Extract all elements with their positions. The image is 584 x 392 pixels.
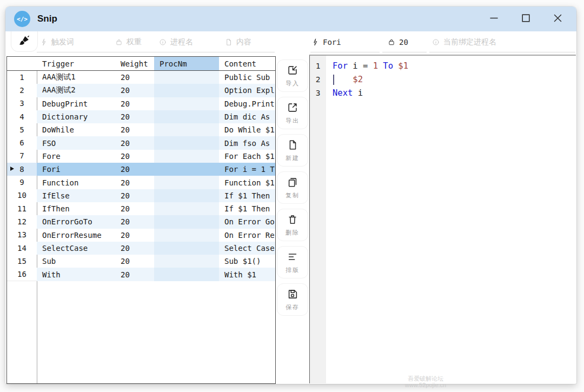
cell-weight: 20: [115, 136, 154, 149]
close-button[interactable]: [553, 15, 562, 24]
toolbar-button-format[interactable]: 排版: [277, 246, 308, 278]
filter-field-content-text: 内容: [236, 37, 251, 47]
line-number: 3: [310, 87, 326, 100]
cell-weight: 20: [115, 97, 154, 110]
filter-field-trigger-text: 触发词: [51, 37, 74, 47]
cell-trigger: OnErrorGoTo: [37, 215, 115, 228]
toolbar-button-save[interactable]: 保存: [277, 283, 308, 316]
code-logo-icon: </>: [14, 11, 30, 27]
toolbar-button-delete[interactable]: 删除: [277, 209, 308, 241]
row-number-cell: 3: [7, 97, 37, 110]
table-row[interactable]: 9Function20Function $1: [7, 176, 275, 189]
filter-field-procname[interactable]: 进程名: [159, 36, 193, 49]
cell-trigger: SelectCase: [37, 242, 115, 255]
table-row[interactable]: 4Dictionary20Dim dic As: [7, 110, 275, 123]
filter-field-weight-text: 权重: [127, 37, 142, 47]
code-line: For i = 1 To $1: [333, 59, 576, 73]
table-row[interactable]: 3DebugPrint20Debug.Print: [7, 97, 275, 110]
toolbar-button-export[interactable]: 导出: [277, 97, 308, 129]
cell-content: Dim fso As: [219, 136, 275, 149]
cell-procnm: [154, 163, 219, 176]
table-row[interactable]: 7Fore20For Each $1: [7, 150, 275, 163]
column-header-procnm[interactable]: ProcNm: [154, 57, 219, 70]
cell-content: Do While $1: [219, 123, 275, 136]
code-editor[interactable]: 123 For i = 1 To $1 $2Next i: [309, 55, 576, 383]
toolbar-button-copy[interactable]: 复制: [277, 171, 308, 204]
minimize-button[interactable]: [489, 15, 499, 24]
code-token: 1: [373, 61, 383, 71]
cell-trigger: With: [37, 268, 115, 281]
save-icon: [287, 288, 298, 302]
filter-field-weight[interactable]: 权重: [115, 36, 142, 49]
code-area[interactable]: For i = 1 To $1 $2Next i: [326, 56, 576, 383]
filter-field-content[interactable]: 内容: [225, 36, 251, 49]
table-row[interactable]: 15Sub20Sub $1(): [7, 255, 275, 268]
filter-underline-procname-bind: [429, 52, 575, 52]
table-row[interactable]: 11IfThen20If $1 Then: [7, 202, 275, 215]
table-row[interactable]: 10IfElse20If $1 Then: [7, 189, 275, 202]
toolbar-button-label: 新建: [286, 154, 300, 162]
toolbar-button-label: 导出: [286, 117, 300, 125]
table-row[interactable]: 5DoWhile20Do While $1: [7, 123, 275, 136]
code-line: $2: [333, 73, 576, 87]
cell-procnm: [154, 215, 219, 228]
new-icon: [287, 139, 298, 153]
cell-content: Select Case: [219, 242, 275, 255]
code-token: [333, 75, 353, 84]
cell-content: With $1: [219, 268, 275, 281]
line-number-gutter: 123: [310, 56, 326, 383]
filter-field-trigger-value[interactable]: Fori: [311, 36, 341, 49]
cell-procnm: [154, 268, 219, 281]
toolbar-button-new[interactable]: 新建: [277, 134, 308, 167]
cell-weight: 20: [115, 71, 154, 84]
close-icon: [553, 14, 562, 25]
row-number-cell: 9: [7, 176, 37, 189]
row-number-cell: 10: [7, 189, 37, 202]
minimize-icon: [489, 14, 499, 25]
cell-procnm: [154, 84, 219, 97]
table-row[interactable]: 16With20With $1: [7, 268, 275, 281]
filter-underline-weight-value: [382, 52, 427, 52]
cell-content: On Error Go: [219, 215, 275, 228]
snippet-table[interactable]: TriggerWeightProcNmContent1AAA测试120Publi…: [6, 56, 276, 384]
code-token: $1: [398, 61, 408, 71]
cell-procnm: [154, 110, 219, 123]
selected-row-marker-icon: [10, 167, 14, 171]
cell-procnm: [154, 189, 219, 202]
column-header-content[interactable]: Content: [219, 57, 275, 70]
cell-weight: 20: [115, 123, 154, 136]
cell-procnm: [154, 150, 219, 163]
maximize-button[interactable]: [521, 15, 530, 24]
code-token: $2: [353, 75, 363, 84]
cell-procnm: [154, 123, 219, 136]
column-header-weight[interactable]: Weight: [115, 57, 154, 70]
filter-field-procname-bind[interactable]: 当前绑定进程名: [432, 36, 496, 49]
cell-procnm: [154, 71, 219, 84]
column-header-trigger[interactable]: Trigger: [37, 57, 115, 70]
table-row[interactable]: 13OnErrorResume20On Error Re: [7, 229, 275, 242]
lightning-icon: [311, 38, 319, 46]
delete-icon: [287, 214, 298, 228]
table-row[interactable]: 14SelectCase20Select Case: [7, 242, 275, 255]
cell-trigger: Fori: [37, 163, 115, 176]
table-row[interactable]: 6FSO20Dim fso As: [7, 136, 275, 149]
table-row[interactable]: 2AAA测试220Option Expl: [7, 84, 275, 97]
table-row[interactable]: 8Fori20For i = 1 T: [7, 163, 275, 176]
code-token: To: [383, 61, 398, 71]
window-controls: [489, 15, 576, 24]
filter-field-weight-value-text: 20: [399, 38, 408, 46]
desktop: </> Snip 触发词权重进程名内容Fori20当前绑定进程名 Trigger…: [0, 0, 584, 392]
filter-underline-trigger-value: [310, 52, 380, 52]
row-number-cell: 16: [7, 268, 37, 281]
table-row[interactable]: 12OnErrorGoTo20On Error Go: [7, 215, 275, 228]
cell-content: For i = 1 T: [219, 163, 275, 176]
cell-trigger: AAA测试2: [37, 84, 115, 97]
table-row[interactable]: 1AAA测试120Public Sub: [7, 71, 275, 84]
cell-weight: 20: [115, 255, 154, 268]
filter-field-weight-value[interactable]: 20: [388, 36, 408, 49]
filter-field-trigger[interactable]: 触发词: [40, 36, 74, 49]
clear-filters-button[interactable]: [11, 31, 38, 52]
toolbar-button-import[interactable]: 导入: [277, 59, 308, 92]
cell-content: Debug.Print: [219, 97, 275, 110]
cell-trigger: FSO: [37, 136, 115, 149]
